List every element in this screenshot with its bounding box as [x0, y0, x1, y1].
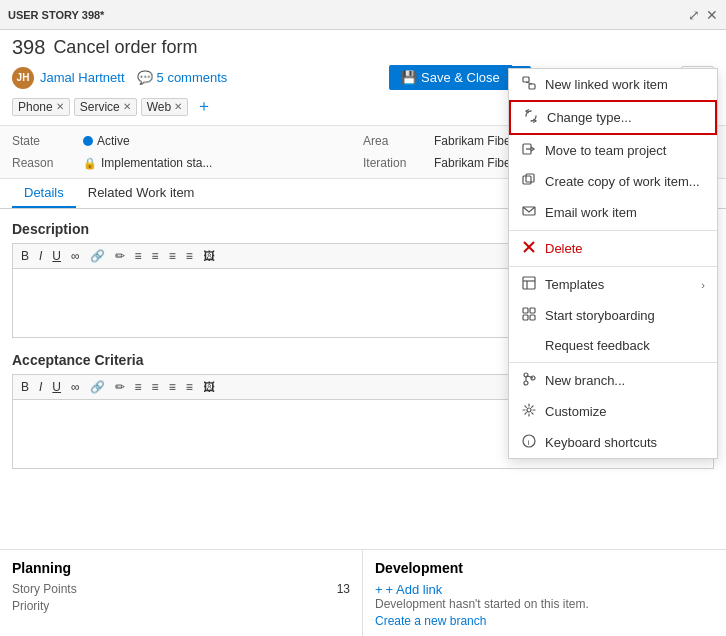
tag-web-close[interactable]: ✕ [174, 101, 182, 112]
menu-keyboard-shortcuts[interactable]: i Keyboard shortcuts [509, 427, 717, 458]
svg-rect-13 [523, 308, 528, 313]
menu-email[interactable]: Email work item [509, 197, 717, 228]
iteration-label: Iteration [363, 156, 428, 170]
comments-button[interactable]: 💬 5 comments [131, 68, 234, 87]
tag-web-label: Web [147, 100, 171, 114]
author-name[interactable]: Jamal Hartnett [40, 70, 125, 85]
menu-delete[interactable]: Delete [509, 233, 717, 264]
tag-phone-close[interactable]: ✕ [56, 101, 64, 112]
menu-divider-3 [509, 362, 717, 363]
storyboard-icon [521, 307, 537, 324]
reason-value[interactable]: 🔒 Implementation sta... [83, 156, 212, 170]
change-type-label: Change type... [547, 110, 632, 125]
create-copy-icon [521, 173, 537, 190]
ac-italic-button[interactable]: I [35, 378, 46, 396]
keyboard-shortcuts-label: Keyboard shortcuts [545, 435, 657, 450]
ac-link-button[interactable]: 🔗 [86, 378, 109, 396]
menu-feedback[interactable]: Request feedback [509, 331, 717, 360]
avatar: JH [12, 67, 34, 89]
ac-outdent-button[interactable]: ≡ [182, 378, 197, 396]
move-team-icon [521, 142, 537, 159]
link-button[interactable]: 🔗 [86, 247, 109, 265]
lock-icon: 🔒 [83, 157, 97, 170]
dropdown-menu: New linked work item Change type... Move… [508, 68, 718, 459]
strikethrough-button[interactable]: ∞ [67, 247, 84, 265]
ul-button[interactable]: ≡ [131, 247, 146, 265]
development-title: Development [375, 560, 714, 576]
state-indicator [83, 136, 93, 146]
ac-indent-button[interactable]: ≡ [165, 378, 180, 396]
ac-image-button[interactable]: 🖼 [199, 378, 219, 396]
ac-underline-button[interactable]: U [48, 378, 65, 396]
ac-edit-button[interactable]: ✏ [111, 378, 129, 396]
svg-rect-6 [526, 174, 534, 182]
story-points-value[interactable]: 13 [337, 582, 350, 596]
close-icon[interactable]: ✕ [706, 7, 718, 23]
tab-details[interactable]: Details [12, 179, 76, 208]
feedback-label: Request feedback [545, 338, 650, 353]
edit-button[interactable]: ✏ [111, 247, 129, 265]
menu-new-branch[interactable]: New branch... [509, 365, 717, 396]
story-points-row: Story Points 13 [12, 582, 350, 596]
save-close-label: Save & Close [421, 70, 500, 85]
email-label: Email work item [545, 205, 637, 220]
underline-button[interactable]: U [48, 247, 65, 265]
tag-service-close[interactable]: ✕ [123, 101, 131, 112]
dev-empty-text: Development hasn't started on this item. [375, 597, 714, 611]
ac-strikethrough-button[interactable]: ∞ [67, 378, 84, 396]
templates-label: Templates [545, 277, 604, 292]
menu-customize[interactable]: Customize [509, 396, 717, 427]
bold-button[interactable]: B [17, 247, 33, 265]
move-team-label: Move to team project [545, 143, 666, 158]
area-value[interactable]: Fabrikam Fiber [434, 134, 515, 148]
tag-service: Service ✕ [74, 98, 137, 116]
add-tag-button[interactable]: ＋ [192, 96, 216, 117]
save-icon: 💾 [401, 70, 417, 85]
iteration-value[interactable]: Fabrikam Fiber [434, 156, 515, 170]
customize-label: Customize [545, 404, 606, 419]
svg-text:i: i [528, 438, 530, 447]
save-close-button[interactable]: 💾 Save & Close [389, 65, 512, 90]
menu-change-type[interactable]: Change type... [509, 100, 717, 135]
comments-label: 5 comments [157, 70, 228, 85]
add-link-button[interactable]: + + Add link [375, 582, 714, 597]
menu-new-linked[interactable]: New linked work item [509, 69, 717, 100]
svg-point-21 [527, 408, 531, 412]
svg-rect-1 [529, 84, 535, 89]
priority-row: Priority [12, 599, 350, 613]
ol-button[interactable]: ≡ [148, 247, 163, 265]
priority-label: Priority [12, 599, 77, 613]
create-branch-link[interactable]: Create a new branch [375, 614, 714, 628]
work-item-type-label: USER STORY 398* [8, 9, 104, 21]
tag-phone-label: Phone [18, 100, 53, 114]
svg-rect-10 [523, 277, 535, 289]
italic-button[interactable]: I [35, 247, 46, 265]
ac-bold-button[interactable]: B [17, 378, 33, 396]
menu-divider-1 [509, 230, 717, 231]
reason-field: Reason 🔒 Implementation sta... [12, 154, 363, 172]
menu-move-team[interactable]: Move to team project [509, 135, 717, 166]
indent-button[interactable]: ≡ [165, 247, 180, 265]
svg-rect-15 [523, 315, 528, 320]
new-linked-icon [521, 76, 537, 93]
svg-rect-14 [530, 308, 535, 313]
ac-ol-button[interactable]: ≡ [148, 378, 163, 396]
image-button[interactable]: 🖼 [199, 247, 219, 265]
planning-panel: Planning Story Points 13 Priority [0, 550, 363, 636]
reason-label: Reason [12, 156, 77, 170]
state-field: State Active [12, 132, 363, 150]
outdent-button[interactable]: ≡ [182, 247, 197, 265]
menu-templates[interactable]: Templates › [509, 269, 717, 300]
bottom-panels: Planning Story Points 13 Priority Develo… [0, 549, 726, 636]
work-item-title: Cancel order form [53, 37, 197, 58]
ac-ul-button[interactable]: ≡ [131, 378, 146, 396]
menu-create-copy[interactable]: Create copy of work item... [509, 166, 717, 197]
title-bar-label: USER STORY 398* [8, 9, 104, 21]
tag-web: Web ✕ [141, 98, 188, 116]
menu-storyboard[interactable]: Start storyboarding [509, 300, 717, 331]
tab-related-work-item[interactable]: Related Work item [76, 179, 207, 208]
tag-phone: Phone ✕ [12, 98, 70, 116]
state-value[interactable]: Active [83, 134, 130, 148]
story-points-label: Story Points [12, 582, 77, 596]
expand-icon[interactable]: ⤢ [688, 7, 700, 23]
